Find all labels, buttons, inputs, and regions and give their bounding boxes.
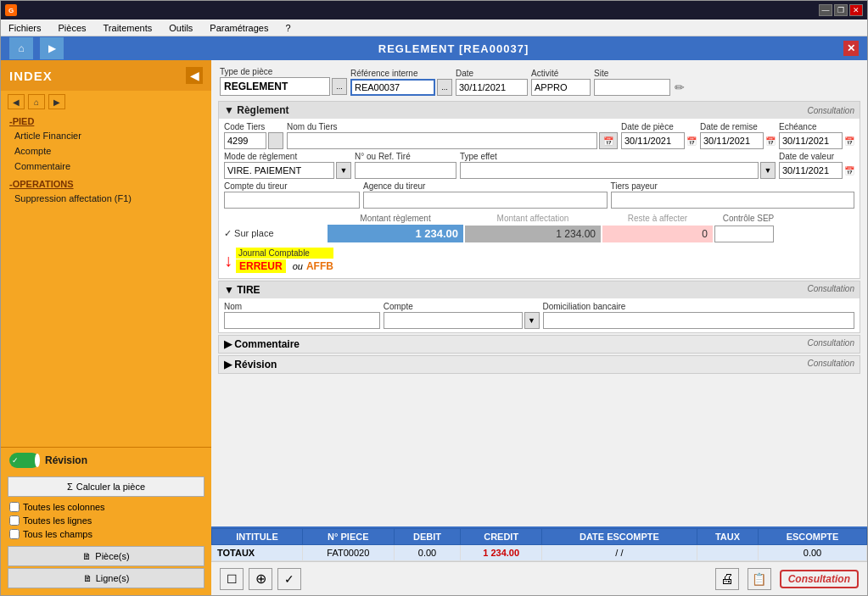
sidebar-nav-forward[interactable]: ▶ <box>48 94 65 109</box>
tire-compte-btn[interactable]: ▼ <box>524 312 540 329</box>
ref-interne-button[interactable]: ... <box>437 79 452 96</box>
col-n-piece: N° PIECE <box>302 529 394 545</box>
mode-reglement-input[interactable] <box>224 162 334 179</box>
reste-affecter-header: Reste à affecter <box>602 214 713 223</box>
type-effet-input[interactable] <box>460 162 759 179</box>
agence-tireur-input[interactable] <box>363 192 608 209</box>
main-window: G — ❐ ✕ Fichiers Pièces Traitements Outi… <box>0 0 868 596</box>
ref-interne-col: Référence interne ... <box>350 69 452 96</box>
site-input[interactable] <box>594 79 670 96</box>
date-valeur-label: Date de valeur <box>779 152 854 161</box>
tire-consultation[interactable]: Consultation <box>807 284 854 296</box>
echeance-input[interactable] <box>779 132 843 149</box>
sidebar-nav-home[interactable]: ⌂ <box>28 94 45 109</box>
tire-domiciliation-input[interactable] <box>543 312 855 329</box>
date-valeur-col: Date de valeur 📅 <box>779 152 854 179</box>
controle-sep-input[interactable] <box>714 226 774 242</box>
echeance-label: Echéance <box>779 122 854 131</box>
revision-toggle[interactable]: ✓ <box>9 453 40 468</box>
calculer-piece-button[interactable]: Σ Calculer la pièce <box>8 476 204 497</box>
sidebar-nav-back[interactable]: ◀ <box>8 94 25 109</box>
date-remise-label: Date de remise <box>700 122 776 131</box>
tiers-payeur-col: Tiers payeur <box>611 181 855 209</box>
empty-col <box>224 214 326 223</box>
calendar-icon[interactable]: 📅 <box>599 132 618 149</box>
sidebar-item-acompte[interactable]: Acompte <box>1 143 211 159</box>
ligne-button[interactable]: 🗎 Ligne(s) <box>8 568 204 588</box>
date-input[interactable] <box>456 79 528 96</box>
close-window-button[interactable]: ✕ <box>849 4 863 16</box>
tire-body: Nom Compte ▼ Domicil <box>219 298 860 332</box>
sidebar-collapse-button[interactable]: ◀ <box>186 67 203 84</box>
maximize-button[interactable]: ❐ <box>834 4 848 16</box>
date-valeur-input[interactable] <box>779 162 843 179</box>
echeance-icon: 📅 <box>844 136 854 146</box>
checkbox-footer-button[interactable]: ☐ <box>220 568 244 590</box>
revision-consultation[interactable]: Consultation <box>807 359 854 370</box>
reglement-section-title: ▼ Règlement <box>224 104 289 116</box>
montant-gray-value: 1 234.00 <box>465 226 601 242</box>
table-header-row: INTITULE N° PIECE DEBIT CREDIT DATE ESCO… <box>212 529 867 545</box>
code-tiers-btn[interactable] <box>268 132 283 149</box>
type-effet-label: Type effet <box>460 152 776 161</box>
compte-tireur-input[interactable] <box>224 192 360 209</box>
forward-button[interactable]: ▶ <box>40 37 64 59</box>
reglement-body: Code Tiers Nom du Tiers 📅 <box>219 119 860 278</box>
menu-fichiers[interactable]: Fichiers <box>5 21 45 35</box>
tire-compte-input[interactable] <box>384 312 523 329</box>
sidebar-operations-label: -OPERATIONS <box>1 174 211 191</box>
cell-taux <box>697 545 758 561</box>
numero-ref-col: N° ou Ref. Tiré <box>355 152 456 179</box>
menu-help[interactable]: ? <box>282 21 294 35</box>
checkbox-colonnes-input[interactable] <box>9 502 20 512</box>
cell-intitule: TOTAUX <box>212 545 303 561</box>
app-close-button[interactable]: ✕ <box>843 41 859 56</box>
numero-ref-input[interactable] <box>355 162 456 179</box>
checkbox-toutes-lignes[interactable]: Toutes les lignes <box>1 514 211 527</box>
piece-button[interactable]: 🗎 Pièce(s) <box>8 546 204 566</box>
add-button[interactable]: ⊕ <box>249 568 272 590</box>
sur-place-label: ✓ Sur place <box>224 228 326 239</box>
print-button[interactable]: 🖨 <box>715 568 739 590</box>
sidebar-item-commentaire[interactable]: Commentaire <box>1 159 211 174</box>
cell-date-escompte: / / <box>541 545 697 561</box>
date-valeur-icon: 📅 <box>844 166 854 175</box>
reglement-consultation[interactable]: Consultation <box>807 106 854 115</box>
date-remise-input[interactable] <box>700 132 764 149</box>
site-edit-button[interactable]: ✏ <box>672 79 687 96</box>
menu-pieces[interactable]: Pièces <box>55 21 90 35</box>
tire-nom-col: Nom <box>224 302 380 329</box>
tire-domiciliation-label: Domiciliation bancaire <box>543 302 855 311</box>
tire-title: ▼ TIRE <box>224 284 260 296</box>
commentaire-consultation[interactable]: Consultation <box>807 338 854 350</box>
export-button[interactable]: 📋 <box>748 568 771 590</box>
menu-parametrages[interactable]: Paramétrages <box>206 21 272 35</box>
commentaire-section[interactable]: ▶ Commentaire Consultation <box>218 335 860 354</box>
checkbox-champs-input[interactable] <box>9 529 20 539</box>
tiers-payeur-input[interactable] <box>611 192 855 209</box>
validate-button[interactable]: ✓ <box>277 568 301 590</box>
code-tiers-input[interactable] <box>224 132 266 149</box>
checkbox-toutes-colonnes[interactable]: Toutes les colonnes <box>1 500 211 514</box>
consultation-badge[interactable]: Consultation <box>780 570 859 588</box>
checkbox-lignes-input[interactable] <box>9 515 20 526</box>
type-piece-button[interactable]: ... <box>332 78 347 95</box>
mode-reglement-btn[interactable]: ▼ <box>336 162 351 179</box>
cell-n-piece: FAT00020 <box>302 545 394 561</box>
checkbox-tous-champs[interactable]: Tous les champs <box>1 527 211 541</box>
activite-input[interactable] <box>531 79 591 96</box>
date-piece-input[interactable] <box>621 132 685 149</box>
menu-outils[interactable]: Outils <box>165 21 196 35</box>
nom-tiers-input[interactable] <box>287 132 597 149</box>
sidebar-item-suppression[interactable]: Suppression affectation (F1) <box>1 191 211 206</box>
ref-interne-input[interactable] <box>350 79 435 96</box>
home-button[interactable]: ⌂ <box>9 37 33 59</box>
sidebar-item-article-financier[interactable]: Article Financier <box>1 128 211 143</box>
menu-traitements[interactable]: Traitements <box>100 21 156 35</box>
revision-section[interactable]: ▶ Révision Consultation <box>218 355 860 374</box>
tiers-payeur-label: Tiers payeur <box>611 181 855 191</box>
minimize-button[interactable]: — <box>819 4 832 16</box>
type-effet-btn[interactable]: ▼ <box>760 162 776 179</box>
date-col: Date <box>456 69 528 96</box>
tire-nom-input[interactable] <box>224 312 380 329</box>
